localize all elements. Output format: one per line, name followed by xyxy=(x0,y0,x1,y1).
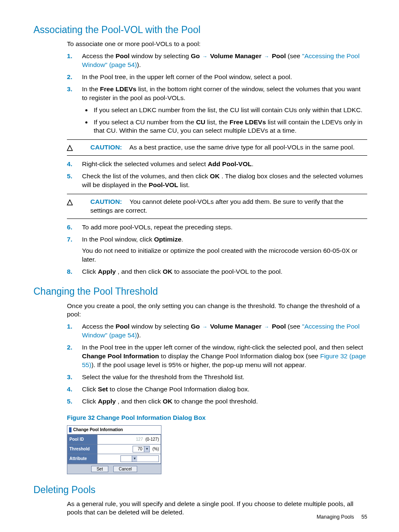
bold-go: Go xyxy=(191,323,200,330)
text: Click xyxy=(82,386,98,393)
bold-poolvol: Pool-VOL xyxy=(148,181,178,188)
page-footer: Managing Pools 55 xyxy=(317,514,367,521)
text: to associate the pool-VOL to the pool. xyxy=(174,268,283,275)
bold-poolmenu: Pool xyxy=(272,52,286,59)
text: (see xyxy=(288,323,302,330)
step-1-7: In the Pool window, click Optimize. You … xyxy=(82,235,367,264)
dialog-title-text: Change Pool Information xyxy=(73,427,123,433)
page-number: 55 xyxy=(361,514,367,520)
text: In the Pool tree in the upper left corne… xyxy=(82,344,363,351)
text: Click xyxy=(82,268,98,275)
step-2-2: In the Pool tree in the upper left corne… xyxy=(82,343,367,370)
text: to change the pool threshold. xyxy=(174,398,258,405)
poolid-range: (0-127) xyxy=(146,437,159,442)
bold-go: Go xyxy=(191,52,200,59)
step-1-1: Access the Pool window by selecting Go →… xyxy=(82,52,367,69)
text: list, the xyxy=(207,118,229,126)
caution-1: △ CAUTION: As a best practice, use the s… xyxy=(67,139,367,156)
threshold-field: 70 ▼ (%) xyxy=(97,444,161,454)
heading-associating: Associating the Pool-VOL with the Pool xyxy=(33,23,367,36)
bold-ok: OK xyxy=(163,268,172,275)
steps-1-cont2: To add more pool-VOLs, repeat the preced… xyxy=(67,223,367,276)
text: , and then click xyxy=(118,268,163,275)
dialog-footer: Set Cancel xyxy=(67,464,161,474)
step-1-8: Click Apply , and then click OK to assoc… xyxy=(82,267,367,276)
arrow-icon: → xyxy=(202,324,208,330)
chevron-down-icon[interactable]: ▼ xyxy=(144,446,149,452)
intro-1: To associate one or more pool-VOLs to a … xyxy=(67,40,367,49)
caution-icon: △ xyxy=(67,197,73,207)
bullets-1: If you select an LDKC number from the li… xyxy=(92,106,367,136)
text: (see xyxy=(288,52,302,59)
note-7: You do not need to initialize or optimiz… xyxy=(82,247,367,264)
attribute-field: ▼ xyxy=(97,454,161,463)
cancel-button[interactable]: Cancel xyxy=(113,466,137,472)
bold-set: Set xyxy=(98,386,108,393)
figure-caption-32: Figure 32 Change Pool Information Dialog… xyxy=(67,414,367,422)
step-2-5: Click Apply , and then click OK to chang… xyxy=(82,397,367,406)
poolid-label: Pool ID xyxy=(68,434,97,444)
dialog-body: Pool ID 127 (0-127) Threshold 70 ▼ xyxy=(67,434,161,464)
steps-1: Access the Pool window by selecting Go →… xyxy=(67,52,367,135)
text: Access the xyxy=(82,52,115,59)
bold-vm: Volume Manager xyxy=(210,323,261,330)
heading-deleting: Deleting Pools xyxy=(33,483,367,496)
bold-optimize: Optimize xyxy=(154,236,181,243)
bold-poolmenu: Pool xyxy=(272,323,286,330)
bold-apply: Apply xyxy=(98,398,116,405)
attribute-dropdown[interactable]: ▼ xyxy=(120,455,159,462)
attribute-label: Attribute xyxy=(68,454,97,463)
text: list. xyxy=(180,181,189,188)
text: to close the Change Pool Information dia… xyxy=(110,386,249,393)
step-2-4: Click Set to close the Change Pool Infor… xyxy=(82,385,367,394)
bold-apply: Apply xyxy=(98,268,116,275)
caution-icon: △ xyxy=(67,142,73,152)
caution-text: As a best practice, use the same drive t… xyxy=(129,144,354,151)
bold-add-poolvol: Add Pool-VOL xyxy=(208,160,252,167)
caution-2: △ CAUTION: You cannot delete pool-VOLs a… xyxy=(67,194,367,219)
text: If you select a CU number from the xyxy=(94,118,196,126)
threshold-unit: (%) xyxy=(152,446,159,452)
step-2-1: Access the Pool window by selecting Go →… xyxy=(82,322,367,340)
text: window by selecting xyxy=(131,52,191,59)
step-1-6: To add more pool-VOLs, repeat the preced… xyxy=(82,223,367,232)
bold-free-ldevs: Free LDEVs xyxy=(230,118,266,126)
steps-1-cont: Right-click the selected volumes and sel… xyxy=(67,160,367,190)
bold-pool: Pool xyxy=(115,323,130,330)
set-button[interactable]: Set xyxy=(91,466,108,472)
steps-2: Access the Pool window by selecting Go →… xyxy=(67,322,367,406)
text: . xyxy=(182,236,183,243)
step-1-3: In the Free LDEVs list, in the bottom ri… xyxy=(82,85,367,136)
threshold-value: 70 xyxy=(133,446,144,452)
step-1-5: Check the list of the volumes, and then … xyxy=(82,172,367,190)
text: ). If the pool usage level is 95% or hig… xyxy=(91,361,306,368)
text: In the xyxy=(82,85,100,93)
text: ). xyxy=(137,332,141,339)
caution-label: CAUTION: xyxy=(90,198,122,205)
text: Right-click the selected volumes and sel… xyxy=(82,160,208,167)
bullet-2: If you select a CU number from the CU li… xyxy=(92,118,367,136)
poolid-field[interactable]: 127 (0-127) xyxy=(97,434,161,444)
intro-2: Once you create a pool, the only setting… xyxy=(67,302,367,319)
footer-text: Managing Pools xyxy=(317,514,354,520)
threshold-dropdown[interactable]: 70 ▼ xyxy=(133,446,150,452)
text: Check the list of the volumes, and then … xyxy=(82,172,210,180)
bold-ok: OK xyxy=(163,398,172,405)
arrow-icon: → xyxy=(202,53,208,60)
bold-pool: Pool xyxy=(115,52,130,59)
text: In the Pool window, click xyxy=(82,236,154,243)
step-2-3: Select the value for the threshold from … xyxy=(82,373,367,382)
step-1-4: Right-click the selected volumes and sel… xyxy=(82,160,367,169)
text: , and then click xyxy=(118,398,163,405)
text: ). xyxy=(137,61,141,68)
chevron-down-icon[interactable]: ▼ xyxy=(132,456,137,462)
text: Access the xyxy=(82,323,115,330)
text: to display the Change Pool Information d… xyxy=(161,352,320,360)
text: Click xyxy=(82,398,98,405)
change-pool-info-dialog: Change Pool Information Pool ID 127 (0-1… xyxy=(67,425,161,474)
bold-change-pool: Change Pool Information xyxy=(82,352,159,360)
caution-text: You cannot delete pool-VOLs after you ad… xyxy=(90,198,343,214)
bold-free-ldevs: Free LDEVs xyxy=(100,85,136,93)
bold-ok: OK xyxy=(210,172,220,180)
dialog-title: Change Pool Information xyxy=(67,426,161,434)
